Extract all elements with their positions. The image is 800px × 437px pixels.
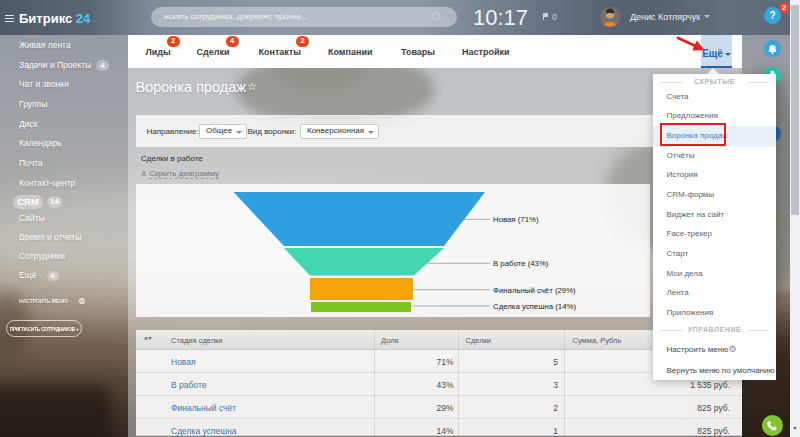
svg-text:Сделка успешна (14%): Сделка успешна (14%) <box>493 302 576 311</box>
svg-text:В работе (43%): В работе (43%) <box>493 259 549 268</box>
svg-text:Новая (71%): Новая (71%) <box>493 215 539 224</box>
svg-text:Финальный счёт (29%): Финальный счёт (29%) <box>493 286 576 295</box>
